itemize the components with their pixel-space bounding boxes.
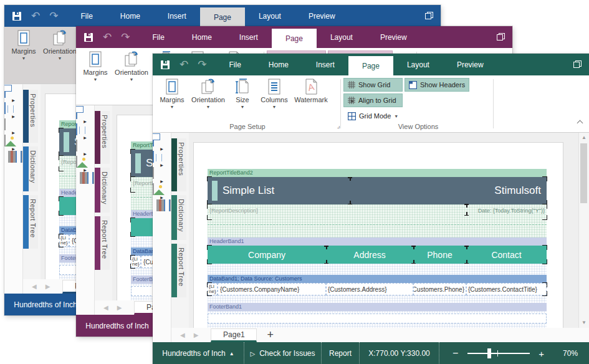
columns-button[interactable]: Columns ▼ xyxy=(257,78,292,110)
tab-file[interactable]: File xyxy=(139,26,178,48)
sidebar-tab-report-tree[interactable]: Report Tree xyxy=(95,216,112,270)
components-dropdown-arrow[interactable]: ▶ xyxy=(76,151,94,156)
header-band-label[interactable]: HeaderBand1 xyxy=(208,237,547,246)
table-header-row[interactable]: Company Address Phone Contact xyxy=(208,246,547,264)
save-icon[interactable] xyxy=(84,26,93,48)
tab-insert[interactable]: Insert xyxy=(226,26,272,48)
data-cell-company[interactable]: {Customers.CompanyName} xyxy=(218,283,326,295)
cross-bands-icon[interactable] xyxy=(153,151,154,163)
cross-bands-dropdown-arrow[interactable]: ▶ xyxy=(76,135,94,140)
tab-home[interactable]: Home xyxy=(255,54,302,75)
footer-placeholder-cell[interactable] xyxy=(208,314,547,323)
report-title-text[interactable]: Simple List xyxy=(223,184,274,197)
scrollbar-thumb[interactable] xyxy=(580,143,587,203)
grid-mode-dropdown[interactable]: Grid Mode ▼ xyxy=(343,109,403,123)
bands-icon[interactable] xyxy=(153,135,154,146)
sidebar-tab-properties[interactable]: Properties xyxy=(23,90,41,143)
tab-home[interactable]: Home xyxy=(107,5,154,27)
units-dropdown[interactable]: Hundredths of Inch ▲ xyxy=(153,349,244,358)
tab-preview[interactable]: Preview xyxy=(443,54,497,75)
show-grid-toggle[interactable]: Show Grid xyxy=(343,78,403,92)
data-cell-contact[interactable]: {Customers.ContactTitle} xyxy=(466,283,547,295)
image-icon[interactable] xyxy=(153,183,154,195)
page-tab-page1[interactable]: Page1 xyxy=(211,328,257,342)
header-cell-company[interactable]: Company xyxy=(208,246,326,264)
next-page-icon[interactable]: ▶ xyxy=(194,332,199,338)
footer-band-label[interactable]: FooterBand1 xyxy=(208,303,547,311)
next-page-icon[interactable]: ▶ xyxy=(117,304,122,311)
restore-window-icon[interactable] xyxy=(573,60,582,68)
report-brand-text[interactable]: Stimulsoft xyxy=(494,184,541,197)
table-icon[interactable] xyxy=(16,151,17,163)
sidebar-tab-report-tree[interactable]: Report Tree xyxy=(23,195,41,249)
undo-icon[interactable]: ↶ xyxy=(180,54,188,75)
report-status-button[interactable]: Report xyxy=(322,349,359,358)
scroll-down-icon[interactable]: ▼ xyxy=(579,318,589,327)
undo-icon[interactable]: ↶ xyxy=(103,26,112,48)
tab-preview[interactable]: Preview xyxy=(366,26,421,48)
header-cell-address[interactable]: Address xyxy=(326,246,413,264)
data-cell-address[interactable]: {Customers.Address} xyxy=(326,283,413,295)
prev-page-icon[interactable]: ◀ xyxy=(32,283,37,290)
align-to-grid-toggle[interactable]: Align to Grid xyxy=(343,93,403,107)
redo-icon[interactable]: ↷ xyxy=(121,26,130,48)
bands-dropdown-arrow[interactable]: ▶ xyxy=(76,119,94,124)
tab-home[interactable]: Home xyxy=(178,26,226,48)
tab-page[interactable]: Page xyxy=(200,7,245,27)
report-description-row[interactable]: {ReportDescription} Date: {Today.ToStrin… xyxy=(208,204,547,237)
report-date-field[interactable]: Date: {Today.ToString("Y")} xyxy=(478,208,545,214)
collapse-ribbon-icon[interactable] xyxy=(578,120,583,125)
tab-page[interactable]: Page xyxy=(272,29,317,48)
show-headers-toggle[interactable]: Show Headers xyxy=(405,78,469,92)
next-page-icon[interactable]: ▶ xyxy=(45,283,50,290)
cross-bands-dropdown-arrow[interactable]: ▶ xyxy=(153,163,171,168)
restore-window-icon[interactable] xyxy=(497,33,505,41)
table-data-row[interactable]: {Line} {Customers.CompanyName} {Customer… xyxy=(208,283,547,295)
design-canvas[interactable]: ReportTitleBand2 Simple List Stimulsoft xyxy=(189,133,589,328)
prev-page-icon[interactable]: ◀ xyxy=(180,332,185,338)
components-icon[interactable] xyxy=(76,140,77,151)
report-description-field[interactable]: {ReportDescription} xyxy=(209,208,258,214)
redo-icon[interactable]: ↷ xyxy=(198,54,206,75)
save-icon[interactable] xyxy=(160,54,170,75)
tab-file[interactable]: File xyxy=(67,5,107,27)
vertical-scrollbar[interactable]: ▲ ▼ xyxy=(578,133,589,328)
zoom-in-button[interactable]: + xyxy=(539,348,544,359)
sidebar-tab-properties[interactable]: Properties xyxy=(171,138,189,191)
tab-page[interactable]: Page xyxy=(348,56,393,75)
sidebar-tab-dictionary[interactable]: Dictionary xyxy=(171,195,189,240)
tab-layout[interactable]: Layout xyxy=(393,54,443,75)
table-icon[interactable] xyxy=(164,199,165,211)
report-page[interactable]: ReportTitleBand2 Simple List Stimulsoft xyxy=(193,142,563,328)
tab-file[interactable]: File xyxy=(216,54,255,75)
scroll-up-icon[interactable]: ▲ xyxy=(579,133,589,142)
components-icon[interactable] xyxy=(153,167,154,179)
cross-bands-dropdown-arrow[interactable]: ▶ xyxy=(4,114,22,119)
sidebar-tab-dictionary[interactable]: Dictionary xyxy=(23,146,41,191)
orientation-button[interactable]: Orientation ▼ xyxy=(112,50,151,82)
tab-layout[interactable]: Layout xyxy=(317,26,366,48)
orientation-button[interactable]: Orientation ▼ xyxy=(40,29,80,61)
sidebar-tab-report-tree[interactable]: Report Tree xyxy=(171,244,189,297)
image-icon[interactable] xyxy=(4,135,6,146)
margins-button[interactable]: Margins ▼ xyxy=(7,29,40,61)
report-title-band-label[interactable]: ReportTitleBand2 xyxy=(208,169,547,177)
tab-insert[interactable]: Insert xyxy=(154,5,200,27)
check-for-issues-button[interactable]: ▷ Check for Issues xyxy=(244,349,321,358)
size-button[interactable]: Size ▼ xyxy=(228,78,257,110)
sidebar-tab-properties[interactable]: Properties xyxy=(95,111,112,164)
bands-dropdown-arrow[interactable]: ▶ xyxy=(4,98,22,103)
components-dropdown-arrow[interactable]: ▶ xyxy=(4,130,22,135)
redo-icon[interactable]: ↷ xyxy=(49,5,58,27)
header-cell-phone[interactable]: Phone xyxy=(413,246,466,264)
header-cell-contact[interactable]: Contact xyxy=(466,246,547,264)
bands-icon[interactable] xyxy=(4,86,6,98)
data-band-label[interactable]: DataBand1; Data Source: Customers xyxy=(208,275,547,283)
margins-button[interactable]: Margins ▼ xyxy=(156,78,188,110)
watermark-button[interactable]: A Watermark xyxy=(292,78,330,110)
cross-bands-icon[interactable] xyxy=(76,123,77,135)
orientation-button[interactable]: Orientation ▼ xyxy=(188,78,228,110)
image-icon[interactable] xyxy=(76,156,77,168)
margins-button[interactable]: Margins ▼ xyxy=(79,50,112,82)
components-dropdown-arrow[interactable]: ▶ xyxy=(153,179,171,184)
